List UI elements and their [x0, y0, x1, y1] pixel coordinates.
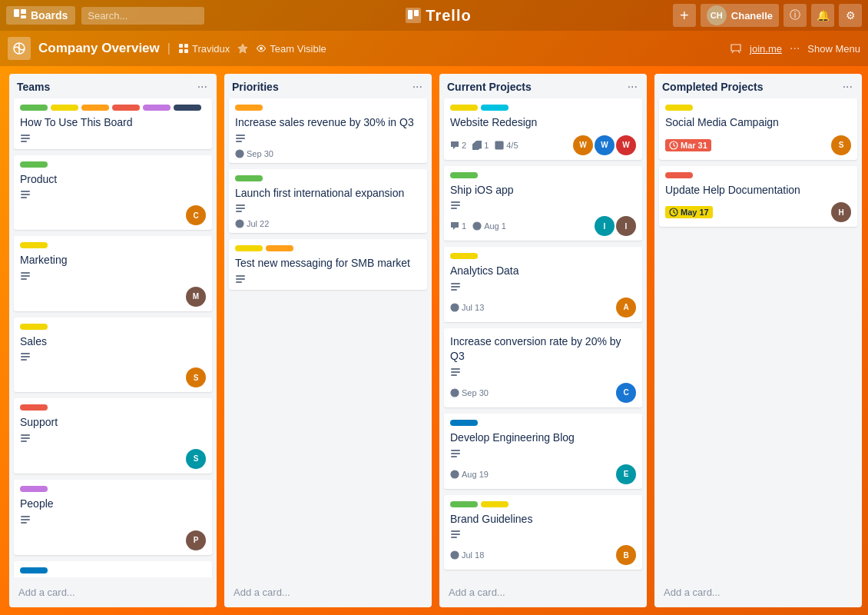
- card-member-avatar: I: [595, 216, 615, 236]
- card-members: A: [616, 298, 636, 317]
- card-title: Social Media Campaign: [665, 115, 851, 131]
- card-international[interactable]: Launch first international expansion Jul…: [229, 169, 427, 234]
- card-labels: [665, 172, 851, 178]
- card-label: [450, 420, 478, 426]
- info-button[interactable]: ⓘ: [784, 4, 807, 27]
- card-brand[interactable]: Brand Guidelines Jul 18 B: [444, 495, 642, 570]
- nav-right: + CH Chanelle ⓘ 🔔 ⚙: [673, 4, 862, 27]
- card-footer: Sep 30: [235, 149, 421, 158]
- card-label: [481, 105, 509, 111]
- svg-rect-27: [21, 437, 30, 439]
- list-menu-button[interactable]: ···: [196, 80, 209, 94]
- top-nav: Boards Trello + CH Chanelle ⓘ 🔔 ⚙: [0, 0, 868, 31]
- add-button[interactable]: +: [673, 4, 696, 27]
- svg-rect-26: [21, 434, 30, 436]
- card-sales-revenue[interactable]: Increase sales revenue by 30% in Q3 Sep …: [229, 98, 427, 163]
- card-title: Support: [20, 415, 206, 430]
- svg-rect-43: [236, 275, 245, 277]
- card-social-media[interactable]: Social Media Campaign Mar 31 S: [659, 98, 857, 160]
- star-button[interactable]: [237, 43, 248, 54]
- card-labels: [235, 175, 421, 181]
- card-label: [174, 105, 201, 111]
- add-card-button[interactable]: Add a card...: [444, 583, 642, 601]
- card-due-badge: Jul 22: [235, 219, 269, 228]
- card-badges: 2 1 4/5: [450, 141, 518, 150]
- card-conversion[interactable]: Increase conversion rate by 20% by Q3 Se…: [444, 328, 642, 407]
- card-desc-icon: [450, 201, 636, 211]
- card-people[interactable]: People P: [14, 480, 212, 555]
- joinme-link[interactable]: join.me: [750, 43, 782, 55]
- card-label: [450, 172, 478, 178]
- card-ship-ios[interactable]: Ship iOS app 1 Aug 1 II: [444, 166, 642, 241]
- svg-rect-25: [21, 359, 27, 361]
- list-cards: Website Redesign 2 1 4/5 WWWShip iOS app…: [439, 98, 647, 577]
- svg-rect-18: [21, 194, 30, 195]
- list-menu-button[interactable]: ···: [841, 80, 854, 94]
- card-help-docs[interactable]: Update Help Documentation May 17 H: [659, 166, 857, 228]
- card-label: [20, 105, 48, 111]
- user-menu-button[interactable]: CH Chanelle: [701, 4, 779, 27]
- card-due-badge: Aug 1: [472, 221, 506, 231]
- card-members: B: [616, 545, 636, 565]
- svg-rect-51: [451, 283, 460, 284]
- card-labels: [235, 105, 421, 111]
- card-analytics[interactable]: Analytics Data Jul 13 A: [444, 247, 642, 322]
- card-marketing[interactable]: Marketing M: [14, 236, 212, 311]
- card-sales[interactable]: Sales S: [14, 317, 212, 393]
- add-card-button[interactable]: Add a card...: [229, 583, 427, 601]
- card-title: Website Redesign: [450, 115, 636, 131]
- nav-center: Trello: [210, 7, 667, 25]
- search-input[interactable]: [81, 7, 204, 25]
- card-it[interactable]: IT I: [14, 561, 212, 577]
- board-header-right: join.me ··· Show Menu: [730, 42, 860, 55]
- trello-text: Trello: [426, 7, 471, 25]
- visibility-badge[interactable]: Team Visible: [256, 43, 326, 55]
- card-labels: [450, 420, 636, 426]
- list-menu-button[interactable]: ···: [626, 80, 639, 94]
- svg-rect-49: [451, 208, 457, 209]
- workspace-link[interactable]: Travidux: [178, 43, 230, 55]
- svg-rect-65: [451, 537, 457, 538]
- card-labels: [450, 172, 636, 178]
- svg-rect-60: [451, 453, 460, 454]
- card-label: [20, 324, 48, 330]
- svg-rect-44: [236, 278, 245, 280]
- list-teams: Teams ···How To Use This Board Product C…: [9, 74, 217, 607]
- card-how-to-use[interactable]: How To Use This Board: [14, 98, 212, 149]
- boards-button[interactable]: Boards: [6, 6, 75, 25]
- card-label: [20, 161, 48, 168]
- svg-rect-36: [236, 138, 245, 139]
- settings-button[interactable]: ⚙: [839, 4, 862, 27]
- card-badges: Jul 13: [450, 303, 484, 312]
- svg-rect-4: [408, 10, 412, 19]
- card-desc-icon: [450, 282, 636, 293]
- card-labels: [20, 486, 206, 492]
- card-product[interactable]: Product C: [14, 155, 212, 231]
- card-footer: Mar 31 S: [665, 135, 851, 155]
- list-priorities: Priorities ···Increase sales revenue by …: [224, 74, 432, 607]
- add-card-button[interactable]: Add a card...: [659, 583, 857, 601]
- card-eng-blog[interactable]: Develop Engineering Blog Aug 19 E: [444, 414, 642, 489]
- card-footer: M: [20, 287, 206, 307]
- trello-logo: Trello: [406, 7, 471, 25]
- card-labels: [665, 105, 851, 111]
- card-members: H: [831, 202, 851, 222]
- card-support[interactable]: Support S: [14, 398, 212, 474]
- card-members: S: [831, 135, 851, 155]
- svg-point-13: [260, 47, 263, 50]
- show-menu-button[interactable]: Show Menu: [807, 43, 860, 55]
- card-labels: [20, 242, 206, 248]
- card-badges: Sep 30: [235, 149, 273, 158]
- card-label: [665, 172, 693, 178]
- card-labels: [20, 105, 206, 111]
- card-member-avatar: H: [831, 202, 851, 222]
- card-desc-icon: [235, 134, 421, 145]
- card-website-redesign[interactable]: Website Redesign 2 1 4/5 WWW: [444, 98, 642, 160]
- notifications-button[interactable]: 🔔: [811, 4, 834, 27]
- card-footer: Jul 18 B: [450, 545, 636, 565]
- card-label: [266, 245, 293, 251]
- card-members: P: [186, 530, 206, 550]
- list-menu-button[interactable]: ···: [411, 80, 424, 94]
- add-card-button[interactable]: Add a card...: [14, 583, 212, 601]
- card-smb-market[interactable]: Test new messaging for SMB market: [229, 239, 427, 290]
